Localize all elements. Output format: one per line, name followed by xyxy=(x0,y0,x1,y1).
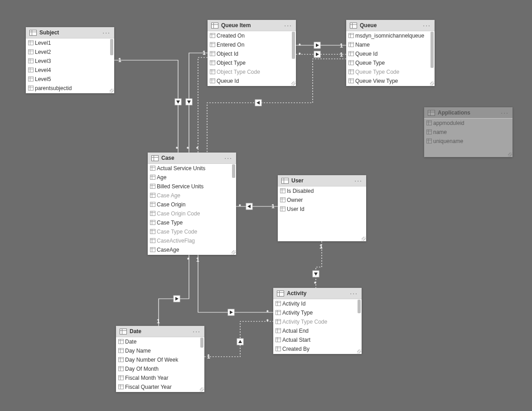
field-row[interactable]: Case Type xyxy=(148,218,236,227)
entity-header[interactable]: Case··· xyxy=(148,153,236,164)
field-row[interactable]: Activity Id xyxy=(273,299,362,308)
resize-grip-icon[interactable] xyxy=(200,387,204,392)
field-label: Case Type xyxy=(157,220,183,226)
field-row[interactable]: Date xyxy=(116,337,204,346)
field-row[interactable]: Level5 xyxy=(26,75,114,84)
field-row[interactable]: Age xyxy=(148,173,236,182)
field-row[interactable]: Level1 xyxy=(26,38,114,48)
entity-options-icon[interactable]: ··· xyxy=(350,290,358,297)
field-row[interactable]: Actual Service Units xyxy=(148,164,236,173)
field-row[interactable]: Case Age xyxy=(148,191,236,200)
field-row[interactable]: Case Type Code xyxy=(148,227,236,236)
field-row[interactable]: Level4 xyxy=(26,66,114,75)
field-row[interactable]: uniquename xyxy=(424,137,513,146)
field-row[interactable]: Billed Service Units xyxy=(148,182,236,191)
field-row[interactable]: CaseActiveFlag xyxy=(148,236,236,245)
resize-grip-icon[interactable] xyxy=(508,153,512,157)
entity-queueItem[interactable]: Queue Item···Created OnEntered OnObject … xyxy=(208,20,296,86)
field-row[interactable]: Queue Type Code xyxy=(346,67,435,76)
field-row[interactable]: Actual End xyxy=(273,326,362,335)
entity-options-icon[interactable]: ··· xyxy=(501,109,509,116)
field-row[interactable]: Queue View Type xyxy=(346,76,435,86)
field-row[interactable]: User Id xyxy=(278,205,366,214)
connection-subject-case[interactable] xyxy=(114,60,178,153)
entity-header[interactable]: Queue Item··· xyxy=(208,20,296,31)
connection-user-activity[interactable] xyxy=(316,241,322,288)
field-row[interactable]: Created On xyxy=(208,31,296,40)
field-row[interactable]: Object Id xyxy=(208,49,296,58)
entity-date[interactable]: Date···DateDay NameDay Number Of WeekDay… xyxy=(116,326,204,392)
field-row[interactable]: Day Number Of Week xyxy=(116,355,204,364)
resize-grip-icon[interactable] xyxy=(362,237,366,241)
entity-header[interactable]: User··· xyxy=(278,175,366,186)
field-row[interactable]: Name xyxy=(346,40,435,49)
relationship-direction-icon xyxy=(174,296,180,302)
entity-header[interactable]: Date··· xyxy=(116,326,204,337)
entity-options-icon[interactable]: ··· xyxy=(354,177,363,184)
entity-title: Date xyxy=(130,328,193,335)
field-row[interactable]: CaseAge xyxy=(148,245,236,254)
field-row[interactable]: Case Origin xyxy=(148,200,236,209)
entity-options-icon[interactable]: ··· xyxy=(102,29,111,36)
connection-date-activity[interactable] xyxy=(204,321,273,357)
entity-header[interactable]: Subject··· xyxy=(26,27,114,38)
entity-applications[interactable]: Applications···appmoduleidnameuniquename xyxy=(424,107,513,157)
scrollbar-thumb[interactable] xyxy=(430,32,434,68)
entity-options-icon[interactable]: ··· xyxy=(224,154,232,162)
field-row[interactable]: Queue Id xyxy=(346,49,435,58)
entity-header[interactable]: Queue··· xyxy=(346,20,435,31)
resize-grip-icon[interactable] xyxy=(430,81,434,86)
field-row[interactable]: Fiscal Month Year xyxy=(116,373,204,382)
field-row[interactable]: Day Of Month xyxy=(116,364,204,373)
field-row[interactable]: appmoduleid xyxy=(424,119,513,128)
field-row[interactable]: Actual Start xyxy=(273,335,362,344)
entity-user[interactable]: User···Is DisabledOwnerUser Id xyxy=(278,175,366,241)
resize-grip-icon[interactable] xyxy=(357,349,361,354)
field-row[interactable]: Level3 xyxy=(26,57,114,66)
field-row[interactable]: Object Type xyxy=(208,58,296,67)
field-row[interactable]: Queue Type xyxy=(346,58,435,67)
entity-subject[interactable]: Subject···Level1Level2Level3Level4Level5… xyxy=(26,27,114,93)
entity-activity[interactable]: Activity···Activity IdActivity TypeActiv… xyxy=(273,288,362,354)
field-row[interactable]: Created By xyxy=(273,344,362,354)
field-label: Owner xyxy=(287,197,303,203)
entity-queue[interactable]: Queue···msdyn_isomnichannelqueueNameQueu… xyxy=(346,20,435,86)
resize-grip-icon[interactable] xyxy=(232,250,236,254)
scrollbar-thumb[interactable] xyxy=(358,300,361,313)
field-row[interactable]: Owner xyxy=(278,196,366,205)
entity-case[interactable]: Case···Actual Service UnitsAgeBilled Ser… xyxy=(148,153,236,255)
connection-case-activity[interactable] xyxy=(198,255,273,312)
field-row[interactable]: Day Name xyxy=(116,346,204,355)
field-row[interactable]: Activity Type xyxy=(273,308,362,317)
entity-options-icon[interactable]: ··· xyxy=(284,22,292,29)
entity-options-icon[interactable]: ··· xyxy=(423,22,431,29)
column-icon xyxy=(280,206,285,211)
field-row[interactable]: parentsubjectid xyxy=(26,84,114,93)
field-row[interactable]: Case Origin Code xyxy=(148,209,236,218)
entity-header[interactable]: Applications··· xyxy=(424,107,513,119)
scrollbar-thumb[interactable] xyxy=(110,39,113,55)
field-row[interactable]: Level2 xyxy=(26,48,114,57)
entity-options-icon[interactable]: ··· xyxy=(193,328,201,335)
field-row[interactable]: Queue Id xyxy=(208,76,296,86)
resize-grip-icon[interactable] xyxy=(110,89,114,93)
field-row[interactable]: Is Disabled xyxy=(278,186,366,196)
connection-case-date[interactable] xyxy=(159,255,189,326)
scrollbar-thumb[interactable] xyxy=(200,338,203,348)
connection-queueitem-case-2[interactable] xyxy=(198,57,208,153)
field-row[interactable]: Entered On xyxy=(208,40,296,49)
field-row[interactable]: msdyn_isomnichannelqueue xyxy=(346,31,435,40)
entity-header[interactable]: Activity··· xyxy=(273,288,362,299)
field-row[interactable]: Activity Type Code xyxy=(273,317,362,326)
field-row[interactable]: name xyxy=(424,128,513,137)
entity-title: Case xyxy=(161,155,224,161)
resize-grip-icon[interactable] xyxy=(291,81,295,86)
cardinality-label: * xyxy=(239,203,241,210)
field-row[interactable]: Fiscal Quarter Year xyxy=(116,382,204,392)
entity-fields: Created OnEntered OnObject IdObject Type… xyxy=(208,31,296,86)
scrollbar-thumb[interactable] xyxy=(232,164,235,178)
field-row[interactable]: Object Type Code xyxy=(208,67,296,76)
field-label: Level1 xyxy=(35,40,51,46)
connection-queueitem-case[interactable] xyxy=(189,53,208,153)
scrollbar-thumb[interactable] xyxy=(292,32,295,59)
